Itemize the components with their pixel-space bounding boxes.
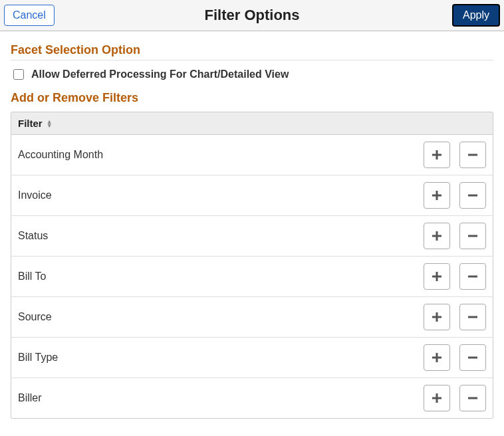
- filter-name: Source: [18, 311, 52, 323]
- filter-row-actions: [424, 142, 486, 168]
- svg-rect-17: [468, 357, 477, 359]
- filters-column-header-label: Filter: [18, 118, 43, 129]
- add-filter-button[interactable]: [424, 385, 450, 411]
- plus-icon: [431, 311, 443, 323]
- filter-name: Accounting Month: [18, 149, 103, 161]
- filters-body: Accounting Month Invoice: [11, 135, 493, 418]
- cancel-button[interactable]: Cancel: [4, 5, 55, 26]
- svg-rect-20: [468, 397, 477, 399]
- deferred-processing-label[interactable]: Allow Deferred Processing For Chart/Deta…: [31, 68, 289, 80]
- plus-icon: [431, 271, 443, 282]
- remove-filter-button[interactable]: [459, 263, 486, 290]
- minus-icon: [467, 392, 479, 404]
- filter-row: Source: [11, 297, 493, 338]
- filter-name: Biller: [18, 392, 42, 404]
- deferred-processing-checkbox[interactable]: [13, 69, 24, 80]
- minus-icon: [467, 352, 479, 364]
- page-title: Filter Options: [0, 7, 504, 24]
- filter-row: Bill Type: [11, 338, 493, 378]
- remove-filter-button[interactable]: [459, 142, 486, 168]
- minus-icon: [467, 311, 479, 323]
- add-filter-button[interactable]: [424, 142, 450, 168]
- plus-icon: [431, 149, 443, 161]
- minus-icon: [467, 149, 479, 161]
- svg-rect-2: [468, 154, 477, 156]
- filter-row-actions: [424, 182, 486, 209]
- filter-row: Status: [11, 216, 493, 257]
- minus-icon: [467, 189, 479, 201]
- filter-row: Biller: [11, 378, 493, 418]
- filter-row: Invoice: [11, 175, 493, 216]
- add-filter-button[interactable]: [424, 263, 450, 290]
- svg-rect-10: [432, 276, 441, 278]
- plus-icon: [431, 189, 443, 201]
- svg-rect-19: [432, 397, 441, 399]
- filter-name: Bill To: [18, 271, 46, 282]
- remove-filter-button[interactable]: [459, 344, 486, 371]
- svg-rect-11: [468, 276, 477, 278]
- filter-row-actions: [424, 304, 486, 330]
- svg-rect-16: [432, 357, 441, 359]
- filters-section-heading: Add or Remove Filters: [11, 91, 493, 108]
- plus-icon: [431, 230, 443, 242]
- filter-row-actions: [424, 263, 486, 290]
- svg-rect-5: [468, 195, 477, 197]
- svg-rect-1: [432, 154, 441, 156]
- filters-table: Filter ▲▼ Accounting Month Invoice: [11, 112, 493, 419]
- svg-rect-8: [468, 235, 477, 237]
- filter-name: Status: [18, 230, 48, 242]
- page-header: Cancel Filter Options Apply: [0, 0, 504, 31]
- svg-rect-13: [432, 316, 441, 318]
- plus-icon: [431, 352, 443, 364]
- plus-icon: [431, 392, 443, 404]
- filter-row-actions: [424, 385, 486, 411]
- add-filter-button[interactable]: [424, 182, 450, 209]
- remove-filter-button[interactable]: [459, 182, 486, 209]
- remove-filter-button[interactable]: [459, 223, 486, 249]
- filter-row: Bill To: [11, 257, 493, 297]
- add-filter-button[interactable]: [424, 344, 450, 371]
- svg-rect-14: [468, 316, 477, 318]
- svg-rect-7: [432, 235, 441, 237]
- add-filter-button[interactable]: [424, 304, 450, 330]
- remove-filter-button[interactable]: [459, 385, 486, 411]
- filter-row-actions: [424, 344, 486, 371]
- filter-name: Invoice: [18, 189, 52, 201]
- minus-icon: [467, 230, 479, 242]
- filters-column-header[interactable]: Filter ▲▼: [11, 112, 493, 135]
- filter-row: Accounting Month: [11, 135, 493, 175]
- sort-icon: ▲▼: [47, 120, 53, 128]
- deferred-processing-row: Allow Deferred Processing For Chart/Deta…: [11, 67, 493, 82]
- facet-section-heading: Facet Selection Option: [11, 43, 493, 60]
- content-area: Facet Selection Option Allow Deferred Pr…: [0, 31, 504, 432]
- filter-name: Bill Type: [18, 352, 58, 364]
- remove-filter-button[interactable]: [459, 304, 486, 330]
- minus-icon: [467, 271, 479, 282]
- apply-button[interactable]: Apply: [452, 4, 500, 27]
- filter-row-actions: [424, 223, 486, 249]
- add-filter-button[interactable]: [424, 223, 450, 249]
- svg-rect-4: [432, 195, 441, 197]
